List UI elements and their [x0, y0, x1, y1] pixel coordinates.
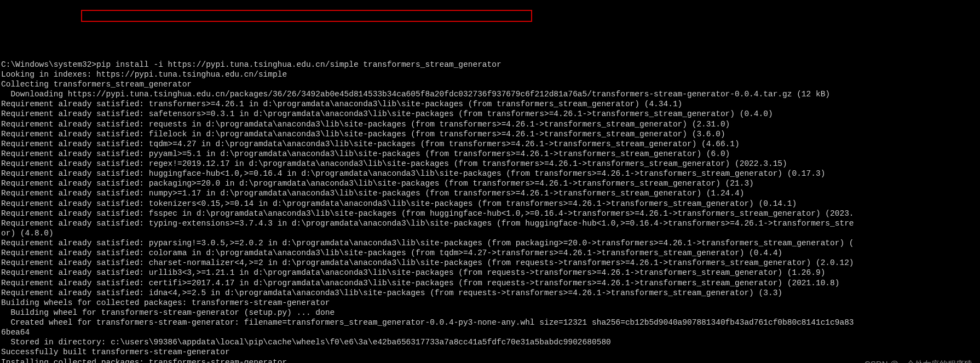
terminal-output[interactable]: C:\Windows\system32>pip install -i https…: [0, 50, 980, 363]
watermark-text: CSDN @一个处女座的程序猿: [864, 359, 972, 363]
command-highlight-box: [81, 10, 532, 22]
output-lines: Looking in indexes: https://pypi.tuna.ts…: [1, 70, 979, 363]
prompt-path: C:\Windows\system32>: [1, 60, 96, 69]
entered-command: pip install -i https://pypi.tuna.tsinghu…: [96, 60, 501, 69]
command-line: C:\Windows\system32>pip install -i https…: [1, 60, 501, 69]
